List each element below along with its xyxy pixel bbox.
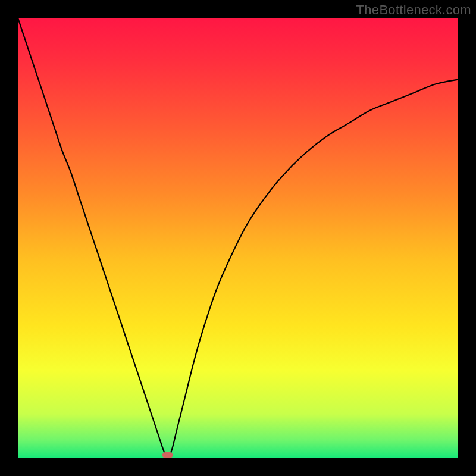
chart-frame	[18, 18, 458, 458]
watermark-text: TheBottleneck.com	[356, 2, 471, 18]
bottleneck-chart	[18, 18, 458, 458]
gradient-background	[18, 18, 458, 458]
